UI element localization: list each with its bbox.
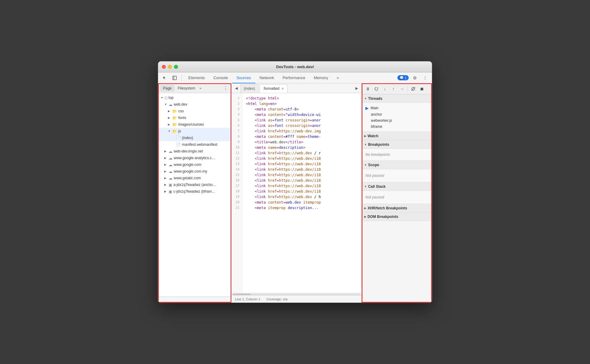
deactivate-breakpoints-btn[interactable] [410, 85, 417, 93]
tab-performance[interactable]: Performance [278, 72, 309, 83]
close-tab-icon[interactable]: ✕ [281, 87, 284, 91]
tab-filesystem[interactable]: Filesystem [175, 85, 198, 92]
no-breakpoints-text: No breakpoints [365, 151, 428, 159]
editor-more-btn[interactable]: ▶ [353, 85, 360, 92]
tree-item-bframe[interactable]: ▶ ▣ c-jdx1q7kwadwz (bfram… [158, 188, 231, 195]
section-breakpoints[interactable]: ▼ Breakpoints [362, 140, 432, 149]
minimize-button[interactable] [168, 65, 172, 69]
tab-console[interactable]: Console [209, 72, 232, 83]
code-editor[interactable]: 12345 678910 1112131415 1617181920 21 <!… [231, 93, 361, 293]
pause-btn[interactable]: ⏸ [364, 85, 371, 93]
section-xhr[interactable]: ▶ XHR/fetch Breakpoints [362, 204, 432, 212]
select-tool-icon[interactable] [161, 74, 169, 82]
code-line-12: <link href=https://web.dev/i18 [246, 156, 358, 161]
debug-sep [407, 86, 408, 91]
thread-main[interactable]: ▶ Main [365, 105, 428, 111]
tree-item-manifest[interactable]: ▶ 📄 manifest.webmanifest [158, 141, 231, 148]
scope-not-paused: Not paused [365, 171, 428, 180]
section-callstack[interactable]: ▼ Call Stack [362, 182, 432, 191]
code-line-17: <link href=https://web.dev/i18 [246, 183, 358, 189]
dock-icon[interactable] [170, 74, 179, 82]
threads-content: ▶ Main anchor webworker.js bframe [362, 103, 432, 132]
maximize-button[interactable] [174, 65, 178, 69]
code-line-14: <link href=https://web.dev/i18 [246, 167, 358, 172]
section-scope[interactable]: ▼ Scope [362, 161, 432, 169]
tab-bar: Elements Console Sources Network Perform… [184, 72, 396, 83]
tree-arrow-css: ▶ [168, 110, 172, 113]
editor-tab-index[interactable]: (index) [240, 84, 258, 93]
traffic-lights [162, 65, 178, 69]
code-line-11: <link href=https://web.dev / r [246, 150, 358, 156]
callstack-content: Not paused [362, 191, 432, 204]
editor-scrollbar[interactable] [231, 293, 361, 295]
code-line-5: <link as=font crossorigin=anor [246, 117, 358, 123]
tree-arrow-anchor: ▶ [164, 183, 168, 186]
tree-item-top[interactable]: ▼ □ top [158, 94, 231, 101]
cloud-icon-imgix: ☁ [169, 149, 172, 154]
tree-arrow-bframe: ▶ [164, 190, 168, 193]
cloud-icon-webdev: ☁ [169, 102, 172, 107]
tab-network[interactable]: Network [255, 72, 279, 83]
tree-item-anchor[interactable]: ▶ ▣ a-jdx1q7kwadwz (ancho… [158, 181, 231, 188]
step-out-btn[interactable]: ↑ [390, 85, 397, 93]
tree-arrow-googlemy: ▶ [164, 170, 168, 173]
debugger-toolbar: ⏸ ↓ ↑ → ⏹ [362, 83, 432, 94]
dont-pause-exceptions-btn[interactable]: ⏹ [418, 85, 425, 93]
folder-icon-js: 📁 [172, 129, 177, 134]
code-line-6: <link as=font crossorigin=anor [246, 123, 358, 128]
code-line-8: <meta content=#fff name=theme- [246, 134, 358, 139]
coverage-status: Coverage: n/a [266, 297, 287, 301]
step-into-btn[interactable]: ↓ [381, 85, 389, 93]
code-line-20: <meta content=web.dev itemprop [246, 200, 358, 205]
scope-content: Not paused [362, 169, 432, 182]
tab-page[interactable]: Page [160, 85, 175, 92]
tree-item-googlemy[interactable]: ▶ ☁ www.google.com.my [158, 168, 231, 175]
tree-item-webdev[interactable]: ▼ ☁ web.dev [158, 101, 231, 108]
tree-item-fonts[interactable]: ▶ 📁 fonts [158, 114, 231, 121]
step-btn[interactable]: → [398, 85, 406, 93]
step-over-btn[interactable] [373, 85, 380, 93]
thread-bframe[interactable]: bframe [365, 124, 428, 130]
tree-item-google[interactable]: ▶ ☁ www.google.com [158, 161, 231, 168]
window-title: DevTools - web.dev/ [276, 65, 314, 69]
notification-badge[interactable]: 💬 1 [397, 75, 409, 80]
editor-back-btn[interactable]: ◀ [233, 85, 240, 92]
panel-menu-icon[interactable]: ⋮ [222, 85, 229, 92]
editor-tabs: ◀ (index) :formatted ✕ ▶ [231, 83, 361, 93]
tab-memory[interactable]: Memory [310, 72, 332, 83]
code-line-1: <!doctype html> [246, 96, 358, 101]
tree-item-analytics[interactable]: ▶ ☁ www.google-analytics.c… [158, 155, 231, 161]
tab-sources[interactable]: Sources [232, 72, 255, 83]
tab-more[interactable]: » [332, 72, 343, 83]
section-watch[interactable]: ▶ Watch [362, 132, 432, 140]
devtools-window: DevTools - web.dev/ Elements Console Sou… [158, 61, 432, 303]
code-content[interactable]: <!doctype html> <html lang=en> <meta cha… [242, 93, 361, 293]
left-panel-statusbar [158, 296, 231, 303]
code-line-3: <meta charset=utf-8> [246, 107, 358, 112]
editor-tab-formatted[interactable]: :formatted ✕ [260, 84, 287, 93]
scrollbar-thumb[interactable] [233, 294, 251, 295]
section-dom[interactable]: ▶ DOM Breakpoints [362, 212, 432, 221]
tree-item-index[interactable]: ▶ 📄 (index) [158, 135, 231, 141]
settings-icon[interactable]: ⚙ [411, 74, 419, 82]
breakpoints-arrow: ▼ [364, 143, 367, 146]
code-line-21: <meta itemprop description... [246, 205, 358, 211]
file-icon-manifest: 📄 [176, 142, 181, 147]
tab-elements[interactable]: Elements [184, 72, 209, 83]
titlebar: DevTools - web.dev/ [158, 61, 432, 72]
tree-item-js[interactable]: ▼ 📁 js [158, 128, 231, 135]
thread-webworker[interactable]: webworker.js [365, 117, 428, 124]
tree-arrow-imgix: ▶ [164, 150, 168, 153]
close-button[interactable] [162, 65, 166, 69]
thread-anchor[interactable]: anchor [365, 111, 428, 117]
more-options-icon[interactable]: ⋮ [421, 74, 429, 82]
section-threads[interactable]: ▼ Threads [362, 94, 432, 103]
file-icon-index: 📄 [176, 136, 181, 140]
tree-arrow-top: ▼ [161, 96, 164, 99]
tree-item-images[interactable]: ▶ 📁 images/courses [158, 121, 231, 128]
tree-item-imgix[interactable]: ▶ ☁ web-dev.imgix.net [158, 148, 231, 155]
scrollbar-track[interactable] [233, 294, 360, 295]
tree-item-css[interactable]: ▶ 📁 css [158, 108, 231, 114]
more-tabs-icon[interactable]: » [199, 86, 201, 90]
tree-item-gstatic[interactable]: ▶ ☁ www.gstatic.com [158, 175, 231, 181]
